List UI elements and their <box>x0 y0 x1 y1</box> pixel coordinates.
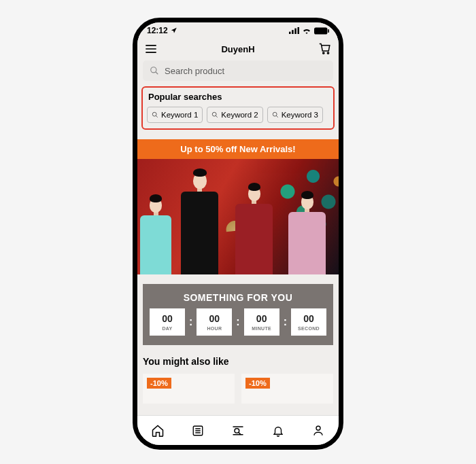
countdown-value: 00 <box>209 314 220 323</box>
cart-icon <box>319 43 331 55</box>
svg-point-27 <box>316 426 320 430</box>
countdown-hour: 00 HOUR <box>197 308 232 336</box>
battery-icon <box>314 27 329 35</box>
svg-point-25 <box>235 428 239 433</box>
signal-icon <box>289 27 299 34</box>
content-scroll[interactable]: Popular searches Keyword 1 Keyword 2 Key… <box>137 59 339 415</box>
tab-account[interactable] <box>310 423 326 439</box>
svg-point-13 <box>152 112 156 116</box>
promo-banner[interactable]: Up to 50% off New Arrivals! <box>137 139 339 159</box>
svg-rect-3 <box>298 27 300 34</box>
product-card[interactable]: -10% <box>143 374 235 404</box>
svg-point-17 <box>273 112 277 116</box>
discount-badge: -10% <box>245 378 270 389</box>
countdown-separator: : <box>189 316 192 328</box>
discount-badge: -10% <box>147 378 171 389</box>
svg-point-15 <box>213 112 217 116</box>
tab-notifications[interactable] <box>270 423 286 439</box>
countdown-value: 00 <box>162 314 173 323</box>
list-icon <box>192 425 204 437</box>
hamburger-icon <box>146 45 156 53</box>
svg-line-14 <box>156 115 158 118</box>
search-input[interactable] <box>165 66 326 76</box>
menu-button[interactable] <box>144 45 158 53</box>
search-icon <box>272 111 279 118</box>
countdown-value: 00 <box>303 314 314 323</box>
countdown-second: 00 SECOND <box>291 308 326 336</box>
status-bar: 12:12 <box>137 22 339 39</box>
search-icon <box>152 111 158 118</box>
svg-point-11 <box>151 67 156 73</box>
svg-rect-5 <box>328 29 329 32</box>
svg-line-18 <box>276 115 278 118</box>
status-time: 12:12 <box>147 26 168 35</box>
wifi-icon <box>302 27 311 34</box>
search-icon <box>211 111 218 118</box>
tab-home[interactable] <box>150 423 166 439</box>
svg-point-10 <box>327 52 328 54</box>
also-like-title: You might also like <box>143 356 333 367</box>
user-icon <box>312 424 324 438</box>
promo-text: Up to 50% off New Arrivals! <box>180 144 295 154</box>
countdown-value: 00 <box>256 314 267 323</box>
svg-rect-0 <box>289 32 291 34</box>
discover-icon <box>231 424 245 438</box>
countdown-section: SOMETHING FOR YOU 00 DAY : 00 HOUR : 00 … <box>143 284 333 345</box>
svg-rect-2 <box>294 29 296 34</box>
app-header: DuyenH <box>137 39 339 59</box>
svg-point-9 <box>323 52 324 54</box>
popular-searches: Popular searches Keyword 1 Keyword 2 Key… <box>141 86 335 130</box>
chip-label: Keyword 3 <box>282 111 318 119</box>
also-like-section: You might also like -10% -10% <box>143 356 333 404</box>
home-icon <box>151 424 165 438</box>
popular-keyword-chip[interactable]: Keyword 1 <box>147 107 203 123</box>
countdown-separator: : <box>284 316 287 328</box>
cart-button[interactable] <box>318 43 332 55</box>
countdown-day: 00 DAY <box>150 308 185 336</box>
countdown-label: MINUTE <box>252 326 271 331</box>
svg-line-16 <box>216 115 218 118</box>
countdown-label: HOUR <box>207 326 222 331</box>
svg-rect-1 <box>292 30 294 34</box>
popular-searches-title: Popular searches <box>147 92 329 102</box>
svg-rect-4 <box>314 27 327 34</box>
chip-label: Keyword 2 <box>221 111 258 119</box>
tab-bar <box>137 415 339 445</box>
tab-list[interactable] <box>190 423 206 439</box>
location-icon <box>171 27 177 34</box>
product-card[interactable]: -10% <box>241 374 333 404</box>
countdown-label: DAY <box>162 326 172 331</box>
search-icon <box>150 66 159 75</box>
countdown-label: SECOND <box>298 326 320 331</box>
popular-keyword-chip[interactable]: Keyword 2 <box>207 107 262 123</box>
countdown-title: SOMETHING FOR YOU <box>150 292 326 303</box>
countdown-minute: 00 MINUTE <box>244 308 279 336</box>
svg-line-12 <box>156 72 158 75</box>
popular-keyword-chip[interactable]: Keyword 3 <box>267 107 323 123</box>
countdown-separator: : <box>236 316 239 328</box>
phone-frame: 12:12 DuyenH Popular searches <box>133 18 343 450</box>
bell-icon <box>272 424 284 438</box>
chip-label: Keyword 1 <box>161 111 198 119</box>
hero-image[interactable] <box>137 159 339 274</box>
app-title: DuyenH <box>221 44 254 54</box>
tab-discover[interactable] <box>230 423 246 439</box>
search-box[interactable] <box>143 60 333 81</box>
